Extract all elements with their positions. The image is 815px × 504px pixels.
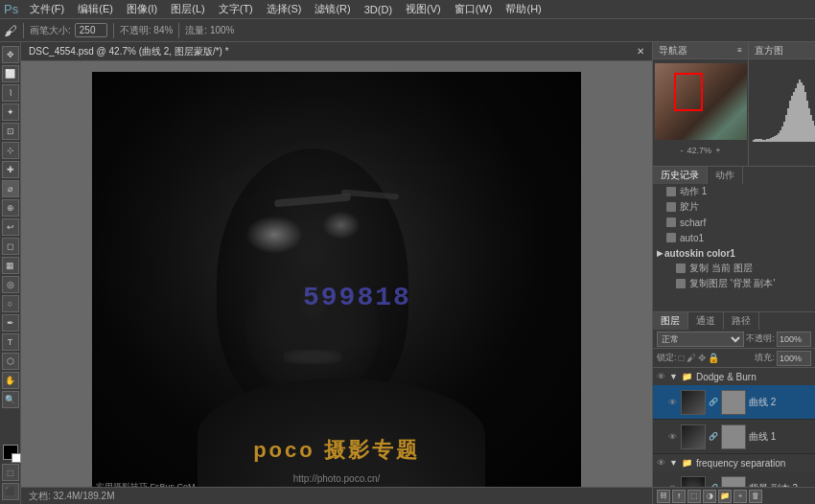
tool-clone[interactable]: ⊕ (2, 199, 19, 217)
history-panel: 历史记录 动作 动作 1胶片scharfauto1▶autoskin color… (653, 167, 815, 312)
history-item[interactable]: scharf (653, 215, 815, 230)
layer-group-header[interactable]: 👁▼📁Dodge & Burn (653, 368, 815, 385)
layer-eye-toggle[interactable]: 👁 (666, 397, 678, 408)
layer-thumbnail (681, 424, 706, 449)
lock-transparent-btn[interactable]: □ (679, 353, 685, 363)
tool-heal[interactable]: ✚ (2, 161, 19, 178)
history-item[interactable]: 复制 当前 图层 (653, 261, 815, 276)
tool-blur[interactable]: ◎ (2, 276, 19, 293)
tool-pen[interactable]: ✒ (2, 314, 19, 332)
tool-zoom[interactable]: 🔍 (2, 391, 19, 408)
history-item[interactable]: 胶片 (653, 199, 815, 215)
menu-image[interactable]: 图像(I) (121, 0, 163, 18)
add-fx-btn[interactable]: f (672, 490, 686, 503)
canvas-image: 599818 poco 摄影专题 http://photo.poco.cn/ 实… (92, 72, 581, 493)
layer-eye-toggle[interactable]: 👁 (666, 431, 678, 443)
blend-mode-select[interactable]: 正常 (657, 332, 744, 347)
tool-select-rect[interactable]: ⬜ (2, 65, 19, 82)
histogram-panel: 直方图 ≡ A (749, 42, 815, 166)
tool-text[interactable]: T (2, 333, 19, 351)
menu-3d[interactable]: 3D(D) (359, 2, 398, 17)
navigator-menu-icon[interactable]: ≡ (737, 46, 742, 55)
history-group-item[interactable]: ▶autoskin color1 (653, 245, 815, 261)
tool-hand[interactable]: ✋ (2, 372, 19, 389)
tool-magic-wand[interactable]: ✦ (2, 103, 19, 121)
tab-layers[interactable]: 图层 (653, 312, 688, 330)
tool-move[interactable]: ✥ (2, 46, 19, 63)
tab-channels[interactable]: 通道 (688, 312, 724, 330)
layers-bottom-bar: ⛓ f ⬚ ◑ 📁 + 🗑 (653, 487, 815, 504)
history-item[interactable]: 复制图层 '背景 副本' (653, 276, 815, 291)
menu-edit[interactable]: 编辑(E) (72, 0, 119, 18)
history-item[interactable]: 动作 1 (653, 184, 815, 199)
lock-brush-btn[interactable]: 🖌 (687, 353, 696, 363)
tool-lasso[interactable]: ⌇ (2, 84, 19, 102)
layer-group-header[interactable]: 👁▼📁frequency separation (653, 454, 815, 471)
menu-filter[interactable]: 滤镜(R) (309, 0, 356, 18)
layer-name-label: 曲线 1 (749, 430, 811, 444)
history-list: 动作 1胶片scharfauto1▶autoskin color1复制 当前 图… (653, 184, 815, 294)
menu-view[interactable]: 视图(V) (400, 0, 447, 18)
tool-shape[interactable]: ⬡ (2, 353, 19, 370)
nav-zoom-out-icon[interactable]: - (681, 146, 684, 155)
tool-eyedropper[interactable]: ⊹ (2, 142, 19, 159)
layer-mask-thumb (721, 424, 746, 449)
tool-dodge[interactable]: ○ (2, 295, 19, 312)
tool-history-brush[interactable]: ↩ (2, 218, 19, 236)
menu-help[interactable]: 帮助(H) (500, 0, 547, 18)
add-mask-btn[interactable]: ⬚ (687, 490, 701, 503)
lock-move-btn[interactable]: ✥ (698, 353, 706, 363)
history-item[interactable]: 复制 当前 图层 (653, 291, 815, 294)
tab-paths[interactable]: 路径 (724, 312, 759, 330)
close-tab-icon[interactable]: ✕ (637, 46, 644, 57)
menu-layer[interactable]: 图层(L) (165, 0, 210, 18)
nav-view-rect (674, 73, 703, 111)
watermark-code: 599818 (303, 283, 411, 312)
brush-size-input[interactable] (75, 23, 107, 37)
tool-quick-mask[interactable]: ⬚ (2, 464, 19, 481)
histogram-header: 直方图 ≡ (749, 42, 815, 59)
menu-select[interactable]: 选择(S) (261, 0, 308, 18)
toolbar-sep-1 (23, 23, 24, 38)
histogram-title: 直方图 (755, 44, 783, 57)
history-panel-tabs: 历史记录 动作 (653, 167, 815, 184)
doc-info: 文档: 32.4M/189.2M (29, 490, 114, 503)
histogram-bars (753, 75, 815, 142)
menu-text[interactable]: 文字(T) (213, 0, 259, 18)
canvas-viewport[interactable]: 599818 poco 摄影专题 http://photo.poco.cn/ 实… (21, 61, 652, 504)
history-item-icon (666, 202, 676, 212)
tool-screen-mode[interactable]: ⬛ (2, 483, 19, 500)
layer-thumbnail (681, 476, 706, 488)
navigator-panel: 导航器 ≡ - 42.7% + (653, 42, 749, 166)
right-panels: 导航器 ≡ - 42.7% + 直方图 ≡ (652, 42, 815, 504)
opacity-input[interactable] (777, 332, 811, 347)
nav-zoom-in-icon[interactable]: + (715, 146, 720, 155)
menu-window[interactable]: 窗口(W) (449, 0, 499, 18)
fill-input[interactable] (777, 351, 811, 366)
add-adj-btn[interactable]: ◑ (703, 490, 716, 503)
tool-brush[interactable]: ⌀ (2, 180, 19, 197)
tool-gradient[interactable]: ▦ (2, 257, 19, 274)
opacity-label: 不透明: (746, 332, 775, 345)
status-bar: 文档: 32.4M/189.2M (21, 487, 652, 504)
nav-zoom-controls: - 42.7% + (653, 144, 748, 157)
delete-layer-btn[interactable]: 🗑 (749, 490, 762, 503)
add-link-btn[interactable]: ⛓ (657, 490, 670, 503)
layer-mask-thumb (721, 390, 746, 415)
menu-bar: Ps 文件(F) 编辑(E) 图像(I) 图层(L) 文字(T) 选择(S) 滤… (0, 0, 815, 19)
flow-label: 流量: 100% (185, 24, 234, 37)
menu-file[interactable]: 文件(F) (24, 0, 70, 18)
layer-item[interactable]: 👁🔗背景 副本 3 (653, 471, 815, 487)
layer-item[interactable]: 👁🔗曲线 1 (653, 420, 815, 454)
tool-crop[interactable]: ⊡ (2, 123, 19, 140)
layer-item[interactable]: 👁🔗曲线 2 (653, 385, 815, 420)
tab-history[interactable]: 历史记录 (653, 167, 708, 184)
lock-all-btn[interactable]: 🔒 (708, 353, 719, 363)
histogram-content (749, 59, 815, 146)
add-group-btn[interactable]: 📁 (718, 490, 732, 503)
add-layer-btn[interactable]: + (734, 490, 747, 503)
tool-eraser[interactable]: ◻ (2, 238, 19, 255)
watermark-poco-sub: http://photo.poco.cn/ (293, 473, 381, 484)
history-item[interactable]: auto1 (653, 230, 815, 245)
tab-actions[interactable]: 动作 (708, 167, 743, 184)
